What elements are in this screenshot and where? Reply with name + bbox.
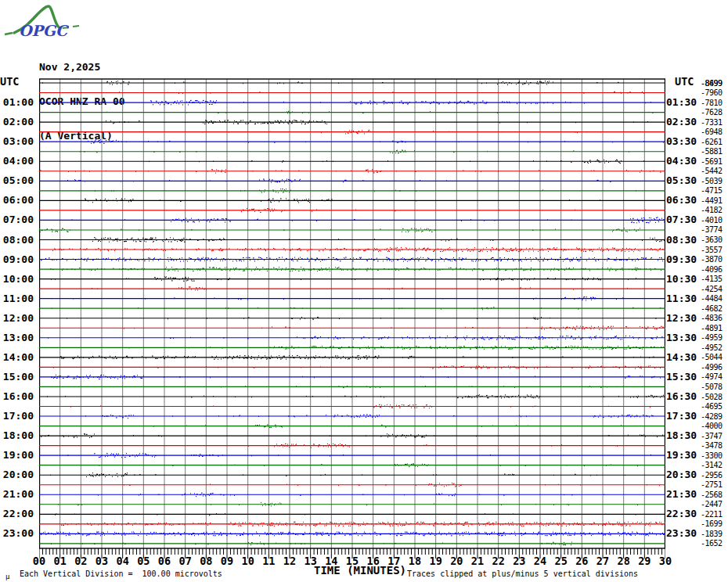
minute-label: 28	[612, 555, 636, 566]
trace-offset-value: -4891	[701, 324, 723, 332]
right-time-label: 14:30	[666, 352, 702, 363]
logo-text: OPGC	[19, 22, 70, 39]
trace-offset-value: -5691	[701, 157, 723, 166]
minute-label: 21	[466, 555, 489, 566]
trace-offset-value: -4289	[701, 412, 723, 421]
right-time-label: 21:30	[666, 489, 702, 500]
trace-offset-value: -4695	[701, 402, 723, 411]
trace-offset-value: -2751	[701, 480, 723, 489]
trace-offset-value: -2211	[701, 510, 723, 519]
minute-label: 11	[257, 555, 280, 566]
left-time-label: 21:00	[0, 489, 36, 500]
trace-offset-value: -5039	[701, 177, 723, 185]
trace-offset-value: -4682	[701, 304, 723, 313]
minute-label: 30	[654, 555, 677, 566]
left-time-label: 16:00	[0, 391, 36, 402]
webicorder-page: OPGC Nov 2,2025 OCOR HNZ RA 00 (A Vertic…	[0, 0, 728, 582]
right-time-label: 19:30	[666, 450, 702, 461]
helicorder-plot	[39, 78, 665, 582]
trace-offset-value: -5028	[701, 393, 723, 401]
left-time-label: 18:00	[0, 430, 36, 441]
trace-offset-value: -3142	[701, 461, 723, 469]
right-time-label: 01:30	[666, 97, 702, 108]
minute-label: 07	[174, 555, 197, 566]
trace-offset-value: -2447	[701, 500, 723, 508]
minute-label: 04	[111, 555, 135, 566]
trace-offset-value: -3747	[701, 432, 723, 440]
trace-offset-value: -3478	[701, 441, 723, 450]
trace-offset-value: -3300	[701, 451, 723, 460]
utc-header-left: UTC	[0, 75, 19, 88]
trace-offset-value: -5442	[701, 167, 723, 175]
minute-label: 10	[236, 555, 260, 566]
right-time-label: 03:30	[666, 136, 702, 147]
left-time-label: 15:00	[0, 372, 36, 383]
trace-offset-value: -7331	[701, 118, 723, 127]
minute-label: 00	[27, 555, 51, 566]
minute-label: 25	[550, 555, 573, 566]
left-time-label: 20:00	[0, 469, 36, 480]
trace-offset-value: -4974	[701, 372, 723, 381]
trace-offset-value: -4010	[701, 216, 723, 225]
right-time-label: 13:30	[666, 332, 702, 343]
minute-label: 20	[445, 555, 468, 566]
trace-offset-value: -7960	[701, 88, 723, 97]
logo-dash-left	[5, 33, 13, 34]
right-time-label: 23:30	[666, 528, 702, 539]
right-time-label: 06:30	[666, 195, 702, 206]
trace-offset-value: -4182	[701, 206, 723, 214]
right-time-label: 17:30	[666, 411, 702, 422]
left-time-label: 14:00	[0, 352, 36, 363]
left-time-label: 08:00	[0, 235, 36, 246]
minute-label: 06	[153, 555, 176, 566]
left-time-label: 23:00	[0, 528, 36, 539]
trace-offset-value: -3870	[701, 255, 723, 264]
clip-note: Traces clipped at plus/minus 5 vertical …	[407, 569, 638, 578]
left-time-label: 03:00	[0, 136, 36, 147]
scale-note: Each Vertical Division = 100.00 microvol…	[20, 569, 222, 578]
right-time-label: 10:30	[666, 274, 702, 285]
trace-offset-value: -4491	[701, 196, 723, 205]
minute-label: 23	[507, 555, 531, 566]
trace-offset-value: -4959	[701, 333, 723, 342]
left-time-label: 06:00	[0, 195, 36, 206]
minute-label: 05	[132, 555, 155, 566]
minute-label: 03	[90, 555, 114, 566]
trace-offset-value: -7628	[701, 108, 723, 117]
micro-glyph: µ	[5, 573, 9, 580]
left-time-label: 11:00	[0, 293, 36, 304]
trace-offset-value: -4715	[701, 186, 723, 195]
trace-offset-value: -3774	[701, 225, 723, 234]
minute-label: 22	[487, 555, 510, 566]
left-time-label: 12:00	[0, 313, 36, 324]
trace-offset-value: -6948	[701, 128, 723, 136]
trace-offset-value: -4484	[701, 294, 723, 303]
left-time-label: 09:00	[0, 254, 36, 265]
right-time-label: 12:30	[666, 313, 702, 324]
trace-offset-value: -5044	[701, 353, 723, 361]
right-time-label: 09:30	[666, 254, 702, 265]
left-time-label: 02:00	[0, 117, 36, 128]
title-date: Nov 2,2025	[39, 62, 125, 74]
trace-offset-value: -4996	[701, 363, 723, 372]
minute-label: 24	[528, 555, 552, 566]
left-time-label: 13:00	[0, 332, 36, 343]
opgc-logo: OPGC	[3, 2, 93, 40]
right-time-label: 04:30	[666, 156, 702, 167]
left-time-label: 19:00	[0, 450, 36, 461]
right-time-label: 15:30	[666, 372, 702, 383]
right-time-label: 07:30	[666, 214, 702, 225]
right-time-label: 20:30	[666, 469, 702, 480]
trace-offset-value: -3630	[701, 235, 723, 244]
minute-label: 01	[49, 555, 72, 566]
left-time-label: 04:00	[0, 156, 36, 167]
trace-offset-value: -4135	[701, 275, 723, 283]
minute-label: 02	[69, 555, 92, 566]
utc-header-right: UTC	[675, 75, 694, 88]
left-time-label: 07:00	[0, 214, 36, 225]
trace-offset-value: -4952	[701, 343, 723, 352]
trace-offset-value: -3557	[701, 246, 723, 254]
trace-offset-value: -8699	[701, 79, 723, 88]
minute-label: 27	[591, 555, 614, 566]
right-time-label: 16:30	[666, 391, 702, 402]
